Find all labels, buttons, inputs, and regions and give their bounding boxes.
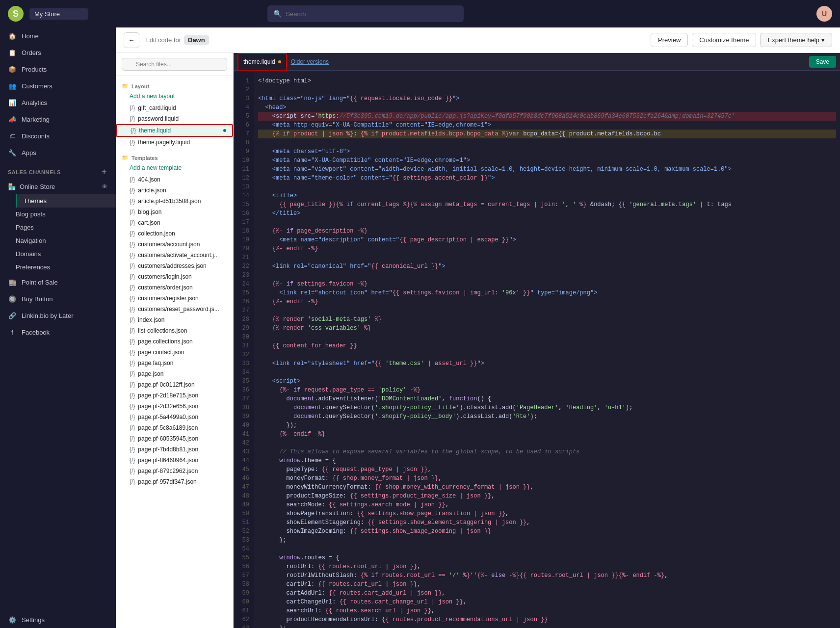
sidebar-settings: ⚙️ Settings [0, 611, 116, 628]
file-item-theme-pagefly[interactable]: {/} theme.pagefly.liquid [116, 137, 233, 148]
file-item-blog[interactable]: {/} blog.json [116, 207, 233, 217]
expert-theme-help-button[interactable]: Expert theme help ▾ [760, 33, 832, 47]
search-bar[interactable]: 🔍 [267, 5, 464, 22]
file-item-page-pf-5a[interactable]: {/} page.pf-5a4499a0.json [116, 412, 233, 422]
sidebar-item-themes[interactable]: Themes [16, 194, 116, 208]
sidebar-item-online-store[interactable]: 🏪 Online Store 👁 [0, 179, 116, 194]
file-item-page-pf-87[interactable]: {/} page.pf-879c2962.json [116, 466, 233, 476]
topbar: S My Store 🔍 U [0, 0, 840, 27]
file-item-page-pf-2d32[interactable]: {/} page.pf-2d32e656.json [116, 401, 233, 412]
file-item-page-pf-2d18[interactable]: {/} page.pf-2d18e715.json [116, 390, 233, 401]
sidebar-item-linkinbio[interactable]: 🔗 Linkin.bio by Later [0, 307, 116, 324]
file-name: customers/login.json [138, 273, 191, 280]
sidebar-item-analytics[interactable]: 📊 Analytics [0, 94, 116, 111]
sidebar-item-label: Apps [22, 149, 36, 157]
file-prefix: {/} [130, 338, 135, 345]
older-versions-link[interactable]: Older versions [291, 58, 329, 65]
file-list: 📁 Layout Add a new layout {/} gift_card.… [116, 76, 233, 628]
file-item-customers-reset[interactable]: {/} customers/reset_password.js... [116, 304, 233, 314]
save-button[interactable]: Save [809, 56, 836, 68]
preview-button[interactable]: Preview [651, 33, 688, 47]
file-name: page.pf-2d18e715.json [138, 392, 198, 399]
file-name: customers/activate_account.j... [138, 252, 219, 259]
code-content[interactable]: <!doctype html><html class="no-js" lang=… [254, 71, 840, 628]
discounts-icon: 🏷 [8, 131, 17, 140]
sidebar-item-preferences[interactable]: Preferences [16, 261, 116, 274]
file-item-article-pf[interactable]: {/} article.pf-d51b3508.json [116, 196, 233, 207]
file-prefix: {/} [130, 105, 135, 111]
sidebar-item-facebook[interactable]: f Facebook [0, 324, 116, 340]
file-name: page.pf-86460964.json [138, 457, 198, 464]
pos-icon: 🏬 [8, 278, 17, 287]
file-item-page-pf-0c[interactable]: {/} page.pf-0c0112ff.json [116, 379, 233, 390]
code-tab-theme-liquid[interactable]: theme.liquid [237, 53, 287, 71]
file-name: page.pf-0c0112ff.json [138, 381, 194, 388]
file-item-page-pf-7b[interactable]: {/} page.pf-7b4d8b81.json [116, 444, 233, 455]
file-search-wrap [122, 58, 227, 71]
sidebar-item-navigation[interactable]: Navigation [16, 234, 116, 247]
sidebar-item-marketing[interactable]: 📣 Marketing [0, 111, 116, 128]
sidebar-item-apps[interactable]: 🔧 Apps [0, 144, 116, 161]
file-prefix: {/} [130, 306, 135, 313]
marketing-icon: 📣 [8, 115, 17, 124]
file-item-page-pf-95[interactable]: {/} page.pf-957df347.json [116, 476, 233, 487]
file-item-collection[interactable]: {/} collection.json [116, 228, 233, 239]
add-layout-link[interactable]: Add a new layout [116, 91, 233, 103]
settings-label: Settings [22, 616, 45, 624]
file-item-page-pf-5c[interactable]: {/} page.pf-5c8a6189.json [116, 422, 233, 433]
file-item-index[interactable]: {/} index.json [116, 314, 233, 325]
file-name: page.faq.json [138, 360, 173, 366]
file-item-page-faq[interactable]: {/} page.faq.json [116, 358, 233, 368]
file-item-page-pf-86[interactable]: {/} page.pf-86460964.json [116, 455, 233, 466]
file-item-list-collections[interactable]: {/} list-collections.json [116, 325, 233, 336]
avatar: U [816, 6, 832, 22]
file-item-customers-activate[interactable]: {/} customers/activate_account.j... [116, 250, 233, 261]
file-prefix: {/} [130, 349, 135, 356]
file-item-customers-order[interactable]: {/} customers/order.json [116, 282, 233, 293]
sidebar-item-products[interactable]: 📦 Products [0, 61, 116, 78]
eye-icon[interactable]: 👁 [102, 183, 108, 190]
sidebar-item-customers[interactable]: 👥 Customers [0, 78, 116, 94]
file-item-page-pf-60[interactable]: {/} page.pf-60535945.json [116, 433, 233, 444]
sidebar-item-buy-button[interactable]: 🔘 Buy Button [0, 290, 116, 307]
file-item-page[interactable]: {/} page.json [116, 368, 233, 379]
sidebar-item-discounts[interactable]: 🏷 Discounts [0, 128, 116, 144]
file-prefix: {/} [130, 424, 135, 431]
code-editor-wrap[interactable]: 1234567891011121314151617181920212223242… [234, 71, 840, 628]
file-search-area [116, 53, 233, 76]
unsaved-dot [278, 60, 281, 63]
sidebar-item-orders[interactable]: 📋 Orders [0, 44, 116, 61]
file-item-page-collections[interactable]: {/} page.collections.json [116, 336, 233, 347]
file-search-input[interactable] [122, 58, 227, 71]
add-template-link[interactable]: Add a new template [116, 163, 233, 174]
store-name[interactable]: My Store [29, 8, 88, 20]
file-name: blog.json [138, 209, 161, 215]
file-item-gift-card[interactable]: {/} gift_card.liquid [116, 103, 233, 113]
file-item-customers-addresses[interactable]: {/} customers/addresses.json [116, 261, 233, 271]
search-input[interactable] [286, 10, 458, 18]
sidebar-item-domains[interactable]: Domains [16, 247, 116, 261]
file-prefix: {/} [130, 414, 135, 420]
file-item-customers-login[interactable]: {/} customers/login.json [116, 271, 233, 282]
file-prefix: {/} [130, 478, 135, 485]
sidebar-item-settings[interactable]: ⚙️ Settings [0, 611, 116, 628]
file-name: customers/addresses.json [138, 262, 206, 269]
file-item-password[interactable]: {/} password.liquid [116, 113, 233, 124]
file-name: theme.pagefly.liquid [138, 139, 190, 146]
file-item-cart[interactable]: {/} cart.json [116, 217, 233, 228]
file-item-customers-register[interactable]: {/} customers/register.json [116, 293, 233, 304]
sidebar-item-blog-posts[interactable]: Blog posts [16, 208, 116, 221]
sidebar-item-pos[interactable]: 🏬 Point of Sale [0, 274, 116, 290]
sidebar-item-pages[interactable]: Pages [16, 221, 116, 234]
back-button[interactable]: ← [124, 32, 139, 48]
file-item-404[interactable]: {/} 404.json [116, 174, 233, 185]
add-sales-channel-icon[interactable]: ＋ [100, 167, 108, 177]
file-item-customers-account[interactable]: {/} customers/account.json [116, 239, 233, 250]
file-prefix: {/} [130, 360, 135, 366]
editor: 📁 Layout Add a new layout {/} gift_card.… [116, 53, 840, 628]
sidebar-item-home[interactable]: 🏠 Home [0, 27, 116, 44]
customize-theme-button[interactable]: Customize theme [692, 33, 756, 47]
file-item-theme-liquid[interactable]: {/} theme.liquid [116, 124, 233, 137]
file-item-article[interactable]: {/} article.json [116, 185, 233, 196]
file-item-page-contact[interactable]: {/} page.contact.json [116, 347, 233, 358]
